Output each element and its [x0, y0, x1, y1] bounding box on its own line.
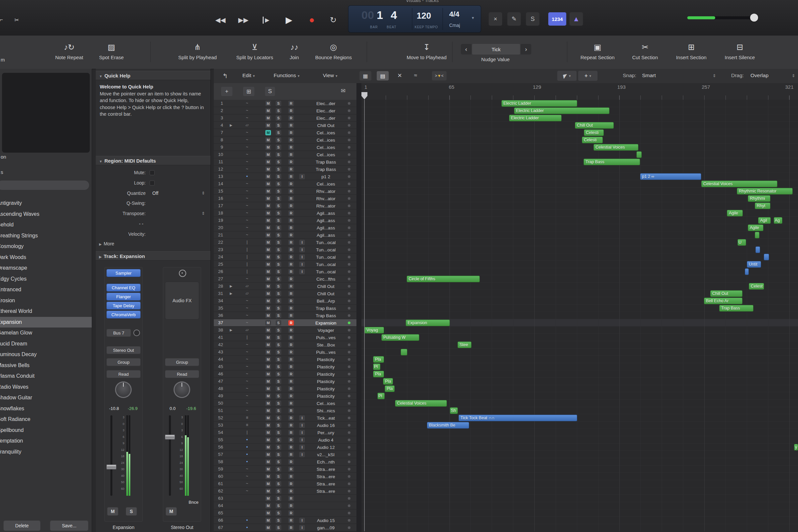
track-lane[interactable] — [361, 151, 798, 158]
track-name[interactable]: Tun...ocal — [304, 255, 347, 260]
group-slot[interactable]: Group — [107, 358, 141, 366]
track-header-row[interactable]: 35~MSRTrap Bass — [214, 305, 357, 312]
automation-mode[interactable]: Read — [107, 370, 141, 378]
track-header-row[interactable]: 52≡MSRITick...eat — [214, 414, 357, 422]
plugin-slot[interactable]: Tape Delay — [107, 302, 141, 309]
track-name[interactable]: Bell...Arp — [304, 299, 347, 304]
track-record-button[interactable]: R — [288, 298, 294, 304]
stepper-icon[interactable]: ⇕ — [202, 211, 205, 216]
track-mute-button[interactable]: M — [265, 101, 271, 106]
track-lane[interactable] — [361, 517, 798, 524]
track-solo-button[interactable]: S — [276, 401, 281, 406]
track-solo-button[interactable]: S — [276, 313, 281, 318]
track-header-row[interactable]: 49~MSRPlasticity — [214, 392, 357, 400]
track-lane[interactable] — [361, 158, 798, 166]
track-lane[interactable] — [361, 166, 798, 173]
track-solo-button[interactable]: S — [276, 452, 281, 457]
region-field-value[interactable]: Off — [152, 191, 158, 196]
track-mute-button[interactable]: M — [265, 225, 271, 230]
library-item[interactable]: Entranced — [0, 284, 92, 295]
region[interactable]: Pla — [383, 378, 393, 385]
track-mute-button[interactable]: M — [265, 335, 271, 340]
track-name[interactable]: Cel...ices — [304, 145, 347, 150]
track-header-row[interactable]: 34~MSRBell...Arp — [214, 297, 357, 305]
track-solo-button[interactable]: S — [276, 423, 281, 428]
track-solo-button[interactable]: S — [276, 349, 281, 355]
track-solo-button[interactable]: S — [276, 518, 281, 523]
track-record-button[interactable]: R — [288, 181, 294, 187]
track-mute-button[interactable]: M — [265, 510, 271, 516]
track-header-row[interactable]: 45~MSRPlasticity — [214, 363, 357, 370]
track-name[interactable]: Puls...ves — [304, 350, 347, 355]
track-name[interactable]: p1 2 — [304, 174, 347, 179]
track-solo-button[interactable]: S — [276, 437, 281, 442]
track-mute-button[interactable]: M — [265, 430, 271, 435]
track-header-row[interactable]: 9~MSRCel...ices — [214, 144, 357, 151]
region[interactable] — [755, 232, 759, 239]
track-lane[interactable] — [361, 473, 798, 480]
track-header-row[interactable]: 57●MSRIv2..._kSI — [214, 451, 357, 458]
track-name[interactable]: Agil...ass — [304, 211, 347, 216]
track-mute-button[interactable]: M — [265, 327, 271, 333]
region[interactable]: Ag — [774, 217, 782, 224]
track-solo-button[interactable]: S — [276, 262, 281, 267]
track-mute-button[interactable]: M — [265, 247, 271, 252]
track-record-button[interactable]: R — [288, 291, 294, 296]
track-record-button[interactable]: R — [288, 152, 294, 157]
track-record-button[interactable]: R — [288, 372, 294, 377]
toolbar-split-by-locators-button[interactable]: ⊻Split by Locators — [236, 40, 273, 60]
disclosure-triangle-icon[interactable]: ▶ — [230, 291, 232, 295]
arrangement-area[interactable]: Electric LadderElectric LadderElectric L… — [361, 100, 798, 531]
track-solo-button[interactable]: S — [276, 247, 281, 252]
track-record-button[interactable]: R — [288, 218, 294, 223]
track-lane[interactable] — [361, 451, 798, 458]
plugin-slot[interactable]: ChromaVerb — [107, 310, 141, 319]
track-record-button[interactable]: R — [288, 437, 294, 442]
track-mute-button[interactable]: M — [265, 203, 271, 208]
track-header-row[interactable]: 8~MSRCel...ices — [214, 136, 357, 144]
track-mute-button[interactable]: M — [265, 167, 271, 172]
track-solo-button[interactable]: S — [276, 489, 281, 494]
track-record-button[interactable]: R — [288, 518, 294, 523]
track-lane[interactable] — [361, 100, 798, 107]
checkbox[interactable] — [150, 180, 155, 186]
toolbar-split-by-playhead-button[interactable]: ⋔Split by Playhead — [178, 40, 217, 60]
track-name[interactable]: gan....09 — [304, 525, 347, 530]
track-solo-button[interactable]: S — [276, 108, 281, 113]
track-name[interactable]: Tun...ocal — [304, 262, 347, 267]
close-region-button[interactable]: × — [489, 12, 502, 26]
region[interactable]: Celestial Voices — [395, 400, 447, 407]
track-header-row[interactable]: 26|MSRITun...ocal — [214, 268, 357, 275]
track-header-row[interactable]: 48~MSRPlasticity — [214, 385, 357, 392]
library-item[interactable]: Temptation — [0, 436, 92, 446]
track-header-row[interactable]: 4▶▱MSRChill Out — [214, 122, 357, 129]
track-record-button[interactable]: R — [288, 386, 294, 391]
track-name[interactable]: Agil...ass — [304, 233, 347, 238]
secondary-tool-button[interactable]: +▾ — [578, 71, 597, 81]
track-record-button[interactable]: R — [288, 101, 294, 106]
library-item[interactable]: Shadow Guitar — [0, 392, 92, 403]
track-header-row[interactable]: 51~MSRShi...nics — [214, 407, 357, 414]
track-lane[interactable] — [361, 129, 798, 136]
track-lane[interactable] — [361, 392, 798, 400]
track-header-row[interactable]: 56●MSRIAudio 12 — [214, 443, 357, 451]
region[interactable]: Celestial Voices — [701, 180, 777, 187]
region[interactable]: Sh — [450, 407, 458, 414]
track-mute-button[interactable]: M — [265, 489, 271, 494]
track-lane[interactable] — [361, 429, 798, 436]
pencil-tool-button[interactable]: ✎ — [507, 12, 521, 26]
track-mute-button[interactable]: M — [265, 525, 271, 530]
region[interactable]: Bell Echo Ar — [704, 298, 742, 304]
track-lane[interactable] — [361, 378, 798, 385]
track-solo-button[interactable]: S — [276, 386, 281, 391]
track-lane[interactable] — [361, 436, 798, 443]
region[interactable]: Trap Bass — [719, 305, 754, 311]
track-solo-button[interactable]: S — [276, 474, 281, 479]
track-record-button[interactable]: R — [288, 423, 294, 428]
track-mute-button[interactable]: M — [265, 137, 271, 142]
toolbar-insert-silence-button[interactable]: ⊟Insert Silence — [725, 40, 755, 60]
region[interactable]: Voyag — [364, 327, 384, 334]
track-mute-button[interactable]: M — [265, 386, 271, 391]
region-inspector-header[interactable]: ▼Region: MIDI Defaults — [96, 156, 210, 165]
track-mute-button[interactable]: M — [265, 349, 271, 355]
